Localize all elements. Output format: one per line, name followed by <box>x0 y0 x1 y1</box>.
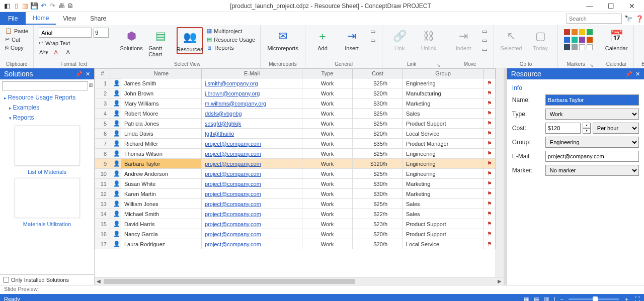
resource-usage-button[interactable]: ▤Resource Usage <box>206 36 256 43</box>
cell-type[interactable]: Work <box>302 78 353 88</box>
print-preview-icon[interactable]: 🗎 <box>66 2 74 10</box>
cell-group[interactable]: Marketing <box>403 189 484 199</box>
cell-name[interactable]: John Brown <box>121 88 202 98</box>
cell-name[interactable]: Richard Miller <box>121 139 202 149</box>
cell-name[interactable]: Linda Davis <box>121 129 202 139</box>
font-size-menu-button[interactable]: Aᵇ▾ <box>39 48 49 56</box>
cell-cost[interactable]: $120/h <box>353 159 403 169</box>
cell-email[interactable]: j.smith@company.org <box>202 78 302 88</box>
open-icon[interactable]: ▥ <box>21 2 29 10</box>
move-extra-3[interactable]: ▭ <box>479 45 490 53</box>
cell-flag-icon[interactable]: ⚑ <box>484 139 496 149</box>
move-extra-2[interactable]: ▭ <box>479 36 490 44</box>
resource-pin-icon[interactable]: 📌 <box>625 71 632 77</box>
scroll-left-icon[interactable]: ◀ <box>95 278 103 284</box>
table-row[interactable]: 7👤Richard Millerproject@company.comWork$… <box>95 139 496 149</box>
thumb-materials-utilization[interactable] <box>15 178 80 218</box>
cell-cost[interactable]: $25/h <box>353 169 403 179</box>
cell-group[interactable]: Product Manager <box>403 139 484 149</box>
col-type[interactable]: Type <box>302 69 353 78</box>
font-color-button[interactable]: A <box>51 48 61 56</box>
cell-flag-icon[interactable]: ⚑ <box>484 98 496 109</box>
cell-type[interactable]: Work <box>302 159 353 169</box>
select-group[interactable]: Engineering <box>545 137 639 148</box>
move-extra-1[interactable]: ▭ <box>479 27 490 35</box>
col-icon[interactable] <box>110 69 121 78</box>
cell-name[interactable]: Nancy Garcia <box>121 229 202 239</box>
table-row[interactable]: 8👤Thomas Wilsonproject@company.comWork$2… <box>95 149 496 159</box>
selected-button[interactable]: ↖Selected <box>498 27 524 52</box>
save-icon[interactable]: 💾 <box>30 2 38 10</box>
table-row[interactable]: 14👤Michael Smithproject@company.comWork$… <box>95 209 496 219</box>
cell-flag-icon[interactable]: ⚑ <box>484 219 496 229</box>
cell-name[interactable]: Thomas Wilson <box>121 149 202 159</box>
cell-name[interactable]: Patricia Jones <box>121 119 202 129</box>
cell-cost[interactable]: $25/h <box>353 109 403 119</box>
cell-email[interactable]: tgth@thuilio <box>202 129 302 139</box>
thumb-list-of-materials[interactable] <box>15 126 80 166</box>
cell-flag-icon[interactable]: ⚑ <box>484 229 496 239</box>
cell-email[interactable]: project@company.com <box>202 229 302 239</box>
table-row[interactable]: 5👤Patricia Jonessdsgfd@fghkjkWork$25/hPr… <box>95 119 496 129</box>
search-input[interactable] <box>567 14 622 24</box>
cell-cost[interactable]: $20/h <box>353 229 403 239</box>
table-row[interactable]: 3👤Mary Williamsm.willams@company.orgWork… <box>95 98 496 109</box>
cell-group[interactable]: Product Support <box>403 119 484 129</box>
cost-spinner[interactable]: ▲▼ <box>583 123 591 134</box>
cell-cost[interactable]: $22/h <box>353 209 403 219</box>
resource-grid[interactable]: # Name E-Mail Type Cost Group 1👤James Sm… <box>95 68 496 249</box>
solutions-button[interactable]: ⬢Solutions <box>118 27 144 52</box>
cell-type[interactable]: Work <box>302 179 353 189</box>
cell-group[interactable]: Sales <box>403 199 484 209</box>
link-dialog-launcher-icon[interactable]: ↘ <box>437 63 442 68</box>
zoom-out-icon[interactable]: − <box>560 296 564 301</box>
cell-type[interactable]: Work <box>302 239 353 249</box>
cell-type[interactable]: Work <box>302 189 353 199</box>
redo-icon[interactable]: ↷ <box>48 2 56 10</box>
cell-name[interactable]: Robert Moore <box>121 109 202 119</box>
today-button[interactable]: ▢Today <box>527 27 553 52</box>
cell-flag-icon[interactable]: ⚑ <box>484 149 496 159</box>
cell-email[interactable]: project@company.com <box>202 239 302 249</box>
markers-dialog-launcher-icon[interactable]: ↘ <box>590 63 595 68</box>
tree-examples[interactable]: Examples <box>0 103 94 113</box>
cell-group[interactable]: Marketing <box>403 179 484 189</box>
cell-type[interactable]: Work <box>302 229 353 239</box>
save-baseline-button[interactable]: 💾Save <box>638 27 644 52</box>
cell-email[interactable]: j.brown@company.org <box>202 88 302 98</box>
table-row[interactable]: 4👤Robert Mooreddsfs@vbgnbgWork$25/hSales… <box>95 109 496 119</box>
binoculars-icon[interactable]: 🔭 <box>624 14 633 23</box>
col-group[interactable]: Group <box>403 69 484 78</box>
cell-cost[interactable]: $20/h <box>353 129 403 139</box>
cell-name[interactable]: David Harris <box>121 219 202 229</box>
status-view-3-icon[interactable]: ▥ <box>544 296 549 302</box>
cell-type[interactable]: Work <box>302 88 353 98</box>
paste-button[interactable]: 📋Paste <box>4 27 29 35</box>
solutions-filter-icon[interactable]: ⎚ <box>89 81 93 90</box>
cell-group[interactable]: Manufacturing <box>403 88 484 98</box>
cell-flag-icon[interactable]: ⚑ <box>484 109 496 119</box>
unlink-button[interactable]: ⛓Unlink <box>416 27 442 52</box>
slide-preview-bar[interactable]: Slide Preview <box>0 285 644 294</box>
zoom-in-icon[interactable]: ＋ <box>624 295 629 302</box>
cell-email[interactable]: project@company.com <box>202 209 302 219</box>
grid-vertical-scrollbar[interactable] <box>496 68 504 277</box>
tab-home[interactable]: Home <box>26 13 56 25</box>
cell-type[interactable]: Work <box>302 109 353 119</box>
tab-share[interactable]: Share <box>83 13 113 24</box>
table-row[interactable]: 2👤John Brownj.brown@company.orgWork$20/h… <box>95 88 496 98</box>
cell-flag-icon[interactable]: ⚑ <box>484 209 496 219</box>
cell-flag-icon[interactable]: ⚑ <box>484 179 496 189</box>
maximize-button[interactable]: ☐ <box>605 2 617 10</box>
cell-cost[interactable]: $25/h <box>353 119 403 129</box>
cell-name[interactable]: Mary Williams <box>121 98 202 109</box>
cell-type[interactable]: Work <box>302 98 353 109</box>
cell-group[interactable]: Engineering <box>403 78 484 88</box>
cell-name[interactable]: Karen Martin <box>121 189 202 199</box>
cell-type[interactable]: Work <box>302 139 353 149</box>
cell-cost[interactable]: $25/h <box>353 149 403 159</box>
cell-cost[interactable]: $30/h <box>353 179 403 189</box>
cell-group[interactable]: Product Support <box>403 229 484 239</box>
cell-group[interactable]: Product Support <box>403 219 484 229</box>
cell-flag-icon[interactable]: ⚑ <box>484 199 496 209</box>
